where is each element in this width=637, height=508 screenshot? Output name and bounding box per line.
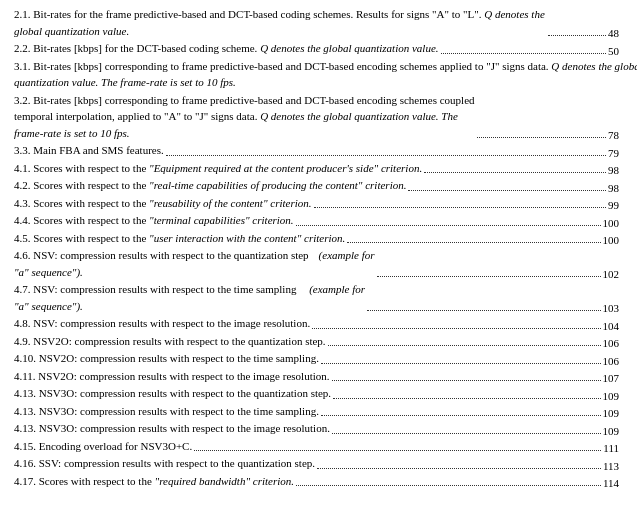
entry-3-2-text-1: 3.2. Bit-rates [kbps] corresponding to f…	[14, 94, 475, 106]
dots-4-13b	[321, 415, 601, 416]
entry-4-6-text-1: 4.6. NSV: compression results with respe…	[14, 249, 309, 261]
entry-4-7-text-3: "a" sequence").	[14, 300, 83, 312]
entry-4-13b-text: 4.13. NSV3O: compression results with re…	[14, 405, 319, 417]
entry-2-2-text: 2.2. Bit-rates [kbps] for the DCT-based …	[14, 42, 439, 54]
dots-4-13c	[332, 433, 601, 434]
page-4-1: 98	[608, 164, 619, 176]
toc-entry-4-11: 4.11. NSV2O: compression results with re…	[14, 368, 619, 385]
dots-4-16	[317, 468, 601, 469]
page-4-3: 99	[608, 199, 619, 211]
dots-3-2	[477, 137, 606, 138]
entry-4-13c-text: 4.13. NSV3O: compression results with re…	[14, 422, 330, 434]
page-4-11: 107	[603, 372, 620, 384]
dots-3-3	[166, 155, 606, 156]
page-2-1: 48	[608, 27, 619, 39]
entry-4-5-text: 4.5. Scores with respect to the "user in…	[14, 232, 345, 244]
toc-entry-4-1: 4.1. Scores with respect to the "Equipme…	[14, 160, 619, 177]
entry-4-7-text-1: 4.7. NSV: compression results with respe…	[14, 283, 296, 295]
page-4-13c: 109	[603, 425, 620, 437]
toc-entry-4-3: 4.3. Scores with respect to the "reusabi…	[14, 195, 619, 212]
toc-entry-2-1: 2.1. Bit-rates for the frame predictive-…	[14, 6, 619, 39]
page-4-13b: 109	[603, 407, 620, 419]
entry-4-9-text: 4.9. NSV2O: compression results with res…	[14, 335, 326, 347]
toc-entry-4-4: 4.4. Scores with respect to the "termina…	[14, 212, 619, 229]
toc-entry-3-1: 3.1. Bit-rates [kbps] corresponding to f…	[14, 58, 619, 91]
entry-4-16-text: 4.16. SSV: compression results with resp…	[14, 457, 315, 469]
page-4-17: 114	[603, 477, 619, 489]
dots-4-8	[312, 328, 600, 329]
toc-entry-4-13a: 4.13. NSV3O: compression results with re…	[14, 385, 619, 402]
entry-3-1-text: 3.1. Bit-rates [kbps] corresponding to f…	[14, 60, 637, 72]
dots-4-15	[194, 450, 601, 451]
toc-entry-4-16: 4.16. SSV: compression results with resp…	[14, 455, 619, 472]
page-4-6: 102	[603, 268, 620, 280]
dots-4-2	[408, 190, 606, 191]
entry-4-15-text: 4.15. Encoding overload for NSV3O+C.	[14, 440, 192, 452]
toc-entry-4-5: 4.5. Scores with respect to the "user in…	[14, 230, 619, 247]
toc-entry-4-13b: 4.13. NSV3O: compression results with re…	[14, 403, 619, 420]
dots-4-13a	[333, 398, 600, 399]
page-4-13a: 109	[603, 390, 620, 402]
toc-entry-4-15: 4.15. Encoding overload for NSV3O+C. 111	[14, 438, 619, 455]
dots-4-6	[377, 276, 601, 277]
toc-entry-3-2: 3.2. Bit-rates [kbps] corresponding to f…	[14, 92, 619, 142]
page-3-3: 79	[608, 147, 619, 159]
dots-4-3	[314, 207, 606, 208]
toc-entry-4-7: 4.7. NSV: compression results with respe…	[14, 281, 619, 314]
toc-entry-2-2: 2.2. Bit-rates [kbps] for the DCT-based …	[14, 40, 619, 57]
dots-4-10	[321, 363, 601, 364]
page-4-5: 100	[603, 234, 620, 246]
toc-entry-4-10: 4.10. NSV2O: compression results with re…	[14, 350, 619, 367]
dots-2-2	[441, 53, 606, 54]
entry-4-2-text: 4.2. Scores with respect to the "real-ti…	[14, 179, 406, 191]
toc-entry-4-2: 4.2. Scores with respect to the "real-ti…	[14, 177, 619, 194]
page-4-7: 103	[603, 302, 620, 314]
entry-4-6-text-2: (example for	[319, 247, 375, 264]
dots-2-1	[548, 35, 606, 36]
toc-entry-4-17: 4.17. Scores with respect to the "requir…	[14, 473, 619, 490]
toc-entry-3-3: 3.3. Main FBA and SMS features. 79	[14, 142, 619, 159]
page-4-15: 111	[603, 442, 619, 454]
dots-4-11	[332, 380, 601, 381]
page-4-2: 98	[608, 182, 619, 194]
dots-4-4	[296, 225, 601, 226]
page-3-2: 78	[608, 129, 619, 141]
page-4-8: 104	[603, 320, 620, 332]
entry-3-2-text-3: frame-rate is set to 10 fps.	[14, 127, 130, 139]
entry-4-11-text: 4.11. NSV2O: compression results with re…	[14, 370, 330, 382]
toc-entry-4-8: 4.8. NSV: compression results with respe…	[14, 315, 619, 332]
entry-2-1-text: 2.1. Bit-rates for the frame predictive-…	[14, 8, 545, 37]
page-2-2: 50	[608, 45, 619, 57]
entry-4-8-text: 4.8. NSV: compression results with respe…	[14, 317, 310, 329]
page-4-4: 100	[603, 217, 620, 229]
dots-4-7	[367, 310, 600, 311]
entry-3-1-text-2: quantization value. The frame-rate is se…	[14, 76, 236, 88]
entry-4-10-text: 4.10. NSV2O: compression results with re…	[14, 352, 319, 364]
entry-4-4-text: 4.4. Scores with respect to the "termina…	[14, 214, 294, 226]
page-4-16: 113	[603, 460, 619, 472]
dots-4-5	[347, 242, 600, 243]
entry-3-3-text: 3.3. Main FBA and SMS features.	[14, 144, 164, 156]
toc-entry-4-9: 4.9. NSV2O: compression results with res…	[14, 333, 619, 350]
dots-4-9	[328, 345, 601, 346]
page-4-10: 106	[603, 355, 620, 367]
dots-4-1	[424, 172, 606, 173]
entry-4-13a-text: 4.13. NSV3O: compression results with re…	[14, 387, 331, 399]
entry-3-2-text-2: temporal interpolation, applied to "A" t…	[14, 110, 458, 122]
entry-4-1-text: 4.1. Scores with respect to the "Equipme…	[14, 162, 422, 174]
toc-page: 2.1. Bit-rates for the frame predictive-…	[0, 0, 637, 508]
dots-4-17	[296, 485, 601, 486]
entry-4-3-text: 4.3. Scores with respect to the "reusabi…	[14, 197, 312, 209]
entry-4-17-text: 4.17. Scores with respect to the "requir…	[14, 475, 294, 487]
entry-4-7-text-2: (example for	[309, 283, 365, 295]
entry-4-6-text-3: "a" sequence").	[14, 266, 83, 278]
toc-entry-4-13c: 4.13. NSV3O: compression results with re…	[14, 420, 619, 437]
toc-entry-4-6: 4.6. NSV: compression results with respe…	[14, 247, 619, 280]
page-4-9: 106	[603, 337, 620, 349]
